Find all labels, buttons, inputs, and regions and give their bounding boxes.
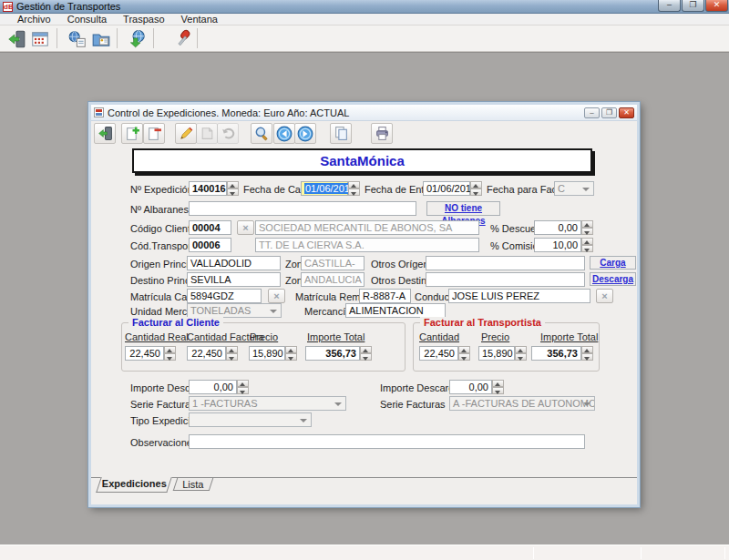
unidad-mercancia-dropdown[interactable]: TONELADAS [187, 303, 282, 318]
zona-origen-field: CASTILLA-LEON [301, 256, 364, 270]
menu-ventana[interactable]: Ventana [173, 14, 226, 25]
minimize-button[interactable]: – [658, 0, 681, 12]
next-record-button[interactable] [294, 123, 316, 144]
exit-icon [98, 126, 113, 141]
no-albaranes-linkbox[interactable]: NO tiene Albaranes [426, 201, 500, 216]
importe-descarga-transportista-field[interactable]: 0,00 [449, 380, 492, 394]
importe-total-cliente-field[interactable]: 356,73 [305, 346, 360, 361]
transfer-icon [67, 29, 87, 49]
clear-cliente-button[interactable]: × [237, 220, 254, 235]
no-expedicion-field[interactable]: 140016 [189, 181, 227, 196]
otros-origenes-input[interactable] [426, 256, 585, 270]
header-precio-cliente: Precio [250, 331, 278, 342]
importe-descarga-transportista-spinner[interactable] [492, 380, 504, 394]
clear-conductor-button[interactable]: × [596, 289, 613, 303]
otros-destinos-input[interactable] [426, 272, 585, 287]
serie-facturas-transportista-dropdown[interactable]: A -FACTURAS DE AUTONOMOS [449, 396, 595, 411]
edit-pencil-icon [179, 126, 194, 141]
importe-total-cliente-spinner[interactable] [360, 346, 372, 361]
transfer-button[interactable] [66, 27, 89, 50]
header-importe-total-cliente: Importe Total [307, 331, 364, 342]
cantidad-transportista-spinner[interactable] [458, 346, 470, 361]
update-button[interactable] [126, 27, 149, 50]
cantidad-factura-field[interactable]: 22,450 [187, 346, 226, 361]
precio-transportista-spinner[interactable] [515, 346, 527, 361]
comision-field[interactable]: 10,00 [534, 238, 581, 252]
precio-transportista-field[interactable]: 15,890 [478, 346, 515, 361]
cliente-nombre-field: SOCIEDAD MERCANTIL DE ABONOS, SA [255, 220, 479, 235]
descarga-link[interactable]: Descarga [592, 274, 633, 284]
label-codigo-cliente: Código Cliente [130, 222, 196, 235]
child-minimize-button[interactable]: – [584, 107, 600, 118]
no-expedicion-spinner[interactable] [227, 181, 239, 196]
fecha-carga-spinner[interactable] [348, 181, 360, 196]
exit-button[interactable] [5, 27, 28, 50]
precio-cliente-field[interactable]: 15,890 [249, 346, 285, 361]
precio-cliente-spinner[interactable] [285, 346, 297, 361]
menu-archivo[interactable]: Archivo [9, 14, 59, 25]
copy-button[interactable] [330, 123, 352, 144]
child-close-button[interactable]: ✕ [619, 107, 634, 118]
zona-destino-field: ANDALUCIA [301, 272, 364, 287]
comision-spinner[interactable] [581, 238, 593, 252]
fecha-entrega-field[interactable]: 01/06/2015 [423, 181, 470, 196]
contacts-button[interactable] [89, 27, 113, 50]
cod-transportista-field[interactable]: 00006 [189, 238, 231, 252]
child-restore-button[interactable]: ❐ [601, 107, 617, 118]
carga-link[interactable]: Carga [600, 258, 625, 268]
importe-total-transportista-spinner[interactable] [581, 346, 593, 361]
status-bar [0, 545, 729, 560]
previous-arrow-icon [276, 126, 293, 142]
descuento-spinner[interactable] [581, 220, 593, 235]
delete-record-button[interactable] [143, 123, 165, 144]
no-albaranes-input[interactable] [189, 201, 416, 216]
tipo-expedicion-dropdown[interactable] [189, 412, 312, 427]
importe-descarga-cliente-spinner[interactable] [237, 380, 249, 394]
importe-descarga-cliente-field[interactable]: 0,00 [189, 380, 237, 394]
tab-expediciones[interactable]: Expediciones [96, 477, 172, 493]
cantidad-real-field[interactable]: 22,450 [125, 346, 164, 361]
close-button[interactable]: ✕ [705, 0, 728, 12]
copy-icon [334, 126, 349, 141]
matricula-remolque-field[interactable]: R-8887-A [359, 289, 411, 303]
clear-camion-button[interactable]: × [268, 289, 285, 303]
observaciones-input[interactable] [189, 434, 585, 449]
tab-lista[interactable]: Lista [173, 478, 214, 491]
menu-consulta[interactable]: Consulta [59, 14, 115, 25]
undo-button[interactable] [217, 123, 239, 144]
codigo-cliente-field[interactable]: 00004 [189, 220, 231, 235]
previous-record-button[interactable] [273, 123, 295, 144]
cantidad-real-spinner[interactable] [164, 346, 176, 361]
cantidad-factura-spinner[interactable] [226, 346, 238, 361]
importe-total-transportista-field[interactable]: 356,73 [531, 346, 581, 361]
cantidad-transportista-field[interactable]: 22,450 [419, 346, 458, 361]
menu-bar: Archivo Consulta Traspaso Ventana [0, 14, 729, 25]
fecha-carga-field[interactable]: 01/06/2015 [301, 181, 348, 196]
fecha-facturar-dropdown[interactable]: C [554, 181, 594, 196]
descuento-field[interactable]: 0,00 [534, 220, 581, 235]
fecha-entrega-spinner[interactable] [470, 181, 482, 196]
screwdriver-icon [171, 29, 191, 49]
edit-record-button[interactable] [175, 123, 197, 144]
menu-traspaso[interactable]: Traspaso [115, 14, 172, 25]
label-observaciones: Observaciones [130, 436, 197, 449]
origen-principal-field[interactable]: VALLADOLID [187, 256, 281, 270]
descarga-linkbox[interactable]: Descarga [590, 272, 636, 286]
destino-principal-field[interactable]: SEVILLA [187, 272, 281, 287]
conductor-field[interactable]: JOSE LUIS PEREZ [448, 289, 590, 303]
search-button[interactable] [251, 123, 272, 144]
record-exit-button[interactable] [94, 123, 116, 144]
print-button[interactable] [371, 123, 393, 144]
tools-button[interactable] [169, 27, 193, 50]
matricula-camion-field[interactable]: 5894GDZ [187, 289, 262, 303]
save-record-button[interactable] [196, 123, 218, 144]
main-toolbar [0, 25, 729, 52]
carga-linkbox[interactable]: Carga [590, 256, 636, 270]
add-record-button[interactable] [121, 123, 143, 144]
expedition-window-title: Control de Expediciones. Moneda: Euro Añ… [108, 107, 582, 118]
maximize-button[interactable]: ❐ [682, 0, 704, 12]
calendar-button[interactable] [28, 27, 52, 50]
serie-facturas-cliente-dropdown[interactable]: 1 -FACTURAS [189, 396, 346, 411]
expedition-toolbar [91, 121, 637, 146]
mercancia-field[interactable]: ALIMENTACION [345, 303, 446, 318]
